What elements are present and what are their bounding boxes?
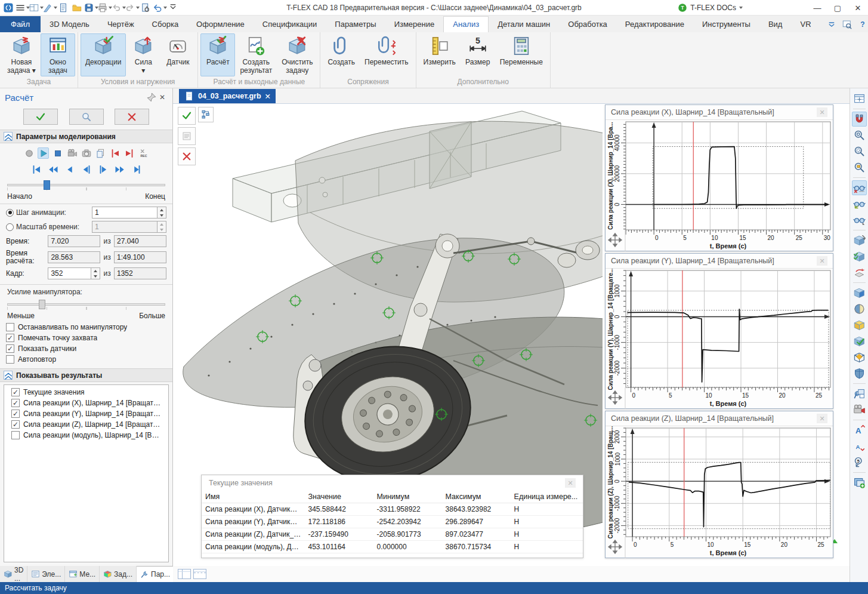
rec-icon[interactable]: REC bbox=[138, 147, 149, 159]
ribbon-button-task-new[interactable]: Новая задача ▾ bbox=[2, 33, 41, 76]
menu-tab-Детали машин[interactable]: Детали машин bbox=[489, 17, 559, 32]
checkbox[interactable]: ✓ bbox=[11, 388, 20, 396]
ribbon-button-force[interactable]: Сила ▾ bbox=[126, 33, 160, 76]
menu-tab-Измерение[interactable]: Измерение bbox=[385, 17, 444, 32]
hide-glasses-icon[interactable] bbox=[852, 180, 867, 195]
check-cube-icon[interactable] bbox=[852, 249, 867, 264]
frame-back-icon[interactable] bbox=[81, 164, 92, 175]
document-icon[interactable] bbox=[57, 2, 69, 14]
undo-all-icon[interactable] bbox=[153, 2, 165, 14]
menu-tab-Оформление[interactable]: Оформление bbox=[187, 17, 254, 32]
diagram-window-icon[interactable] bbox=[852, 91, 867, 106]
timeline-slider-handle[interactable] bbox=[44, 180, 50, 190]
cancel-button[interactable] bbox=[115, 109, 149, 125]
minimize-button[interactable]: — bbox=[807, 0, 827, 16]
option-checkbox[interactable]: ✓Показать датчики bbox=[0, 343, 172, 354]
result-item[interactable]: ✓Сила реакции (X), Шарнир_14 [Вращательн… bbox=[5, 398, 167, 408]
menu-tab-Вид[interactable]: Вид bbox=[759, 17, 792, 32]
checkbox[interactable]: ✓ bbox=[11, 399, 20, 407]
panel-close-icon[interactable]: ✕ bbox=[157, 92, 168, 103]
shield-icon[interactable] bbox=[852, 366, 867, 381]
animation-step-radio[interactable] bbox=[6, 209, 14, 217]
ribbon-button-variables-calc[interactable]: Переменные bbox=[495, 33, 548, 76]
step-back-icon[interactable] bbox=[64, 164, 75, 175]
first-frame-icon[interactable] bbox=[31, 164, 42, 175]
print-icon[interactable] bbox=[98, 2, 110, 14]
video-icon[interactable] bbox=[66, 147, 78, 159]
qat-collapse-icon[interactable] bbox=[167, 2, 179, 14]
menu-tab-Чертёж[interactable]: Чертёж bbox=[98, 17, 143, 32]
values-column-header[interactable]: Имя bbox=[202, 491, 305, 503]
ribbon-button-mate-clip[interactable]: Создать bbox=[323, 33, 360, 76]
menu-icon[interactable] bbox=[16, 2, 28, 14]
section-cube-icon[interactable] bbox=[852, 350, 867, 365]
ribbon-button-mate-move[interactable]: Переместить bbox=[360, 33, 413, 76]
menu-tab-Обработка[interactable]: Обработка bbox=[559, 17, 616, 32]
chart-window-x[interactable]: Сила реакции (X), Шарнир_14 [Вращательны… bbox=[605, 104, 833, 251]
window-layout-icon[interactable] bbox=[30, 2, 42, 14]
checkbox[interactable]: ✓ bbox=[6, 344, 14, 353]
panel-tab-bt-menu[interactable]: Ме... bbox=[65, 566, 100, 582]
help-icon[interactable]: ? bbox=[857, 19, 868, 30]
section-modeling-params[interactable]: Параметры моделирования bbox=[0, 130, 172, 143]
option-checkbox[interactable]: Автоповтор bbox=[0, 354, 172, 365]
ribbon-button-result-new[interactable]: Создать результат bbox=[235, 33, 277, 76]
font-decrease-icon[interactable]: A bbox=[852, 439, 867, 454]
manipulator-slider-handle[interactable] bbox=[39, 300, 45, 309]
checkbox[interactable] bbox=[11, 431, 20, 439]
menu-tab-Анализ[interactable]: Анализ bbox=[443, 16, 489, 32]
ribbon-button-decorations[interactable]: Декорации bbox=[81, 33, 126, 76]
record-icon[interactable] bbox=[23, 147, 35, 159]
save-icon[interactable] bbox=[85, 2, 97, 14]
panel-tab-bt-elem[interactable]: Эле... bbox=[27, 566, 65, 582]
timeline-slider[interactable] bbox=[7, 180, 165, 190]
rewind-icon[interactable] bbox=[48, 164, 58, 175]
result-item[interactable]: ✓Сила реакции (Y), Шарнир_14 [Вращательн… bbox=[5, 408, 167, 419]
animation-step-spinner[interactable] bbox=[157, 207, 166, 218]
menu-tab-Файл[interactable]: Файл bbox=[0, 16, 41, 32]
tflex-docs-button[interactable]: T T-FLEX DOCs bbox=[677, 2, 743, 13]
ribbon-button-calc-run[interactable]: Расчёт bbox=[200, 33, 235, 76]
results-list[interactable]: ✓Текущие значения✓Сила реакции (X), Шарн… bbox=[4, 384, 169, 562]
font-increase-icon[interactable]: A bbox=[852, 423, 867, 438]
menu-tab-Спецификации[interactable]: Спецификации bbox=[254, 17, 326, 32]
jump-end-icon[interactable] bbox=[123, 147, 135, 159]
view-cube-icon[interactable] bbox=[852, 285, 867, 300]
document-tab[interactable]: 04_03_расчет.grb ✕ bbox=[179, 89, 276, 103]
zoom-all-icon[interactable] bbox=[852, 144, 867, 159]
frame-spinner[interactable] bbox=[91, 267, 100, 279]
result-item[interactable]: Сила реакции (модуль), Шарнир_14 [Вращат… bbox=[5, 430, 167, 441]
chart-window-z[interactable]: Сила реакции (Z), Шарнир_14 [Вращательны… bbox=[605, 411, 833, 558]
time-scale-spinner[interactable] bbox=[157, 221, 166, 233]
chart-plot[interactable]: 05101520253002000040000Сила реакции (X),… bbox=[606, 120, 833, 251]
chart-plot[interactable]: 0510152025-2000-1000010002000Сила реакци… bbox=[606, 426, 833, 558]
time-scale-input[interactable] bbox=[92, 221, 157, 233]
copy-result-icon[interactable] bbox=[95, 147, 106, 159]
cancel-button[interactable] bbox=[178, 147, 196, 165]
values-column-header[interactable]: Единица измере... bbox=[511, 491, 583, 503]
rotate-plane-icon[interactable] bbox=[852, 265, 867, 280]
window-search-icon[interactable] bbox=[842, 19, 852, 30]
chart-window-y[interactable]: Сила реакции (Y), Шарнир_14 [Вращательны… bbox=[605, 253, 833, 409]
last-frame-icon[interactable] bbox=[131, 164, 142, 175]
split-vertical-icon[interactable] bbox=[178, 569, 191, 579]
menu-tab-Редактирование[interactable]: Редактирование bbox=[616, 17, 693, 32]
menu-tab-3D Модель[interactable]: 3D Модель bbox=[41, 17, 98, 32]
zoom-number-icon[interactable]: 5 bbox=[852, 455, 867, 470]
chart-close-icon[interactable]: ✕ bbox=[817, 256, 827, 266]
yellow-cube-icon[interactable] bbox=[852, 318, 867, 333]
chart-close-icon[interactable]: ✕ bbox=[817, 107, 827, 117]
checkbox[interactable] bbox=[6, 323, 14, 331]
panel-tab-bt-3d[interactable]: 3D ... bbox=[0, 566, 27, 582]
animation-step-input[interactable] bbox=[92, 207, 157, 218]
ribbon-button-task-clear[interactable]: Очистить задачу bbox=[277, 33, 317, 76]
undo-icon[interactable] bbox=[112, 2, 124, 14]
option-checkbox[interactable]: ✓Помечать точку захвата bbox=[0, 333, 172, 343]
checkbox[interactable]: ✓ bbox=[11, 420, 20, 429]
collapse-chevron-icon[interactable] bbox=[4, 371, 13, 380]
maximize-button[interactable]: ▢ bbox=[827, 0, 848, 16]
play-icon[interactable] bbox=[38, 147, 49, 159]
values-window-close-icon[interactable]: ✕ bbox=[565, 478, 576, 488]
chart-plot[interactable]: 0510152025-2000-100001000Сила реакции (Y… bbox=[606, 269, 833, 409]
confirm-button[interactable] bbox=[178, 107, 196, 125]
